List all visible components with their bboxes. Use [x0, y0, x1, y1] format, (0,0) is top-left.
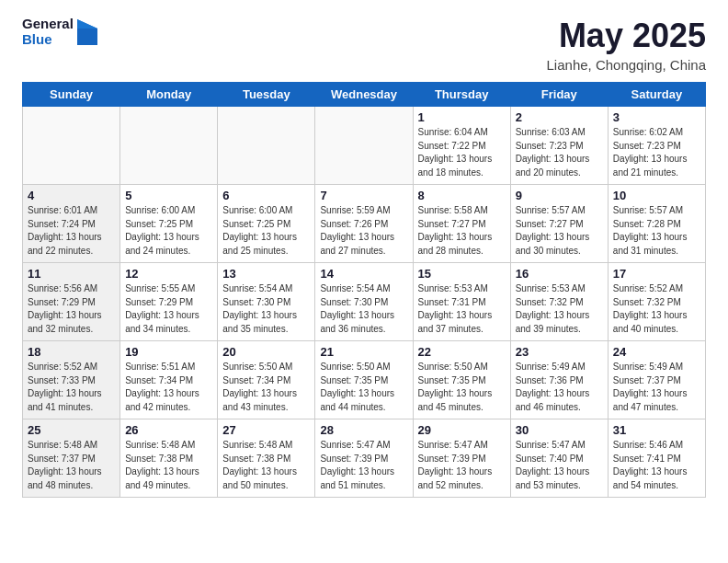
day-header-saturday: Saturday: [608, 83, 705, 107]
day-number: 3: [613, 110, 700, 124]
day-cell: 22Sunrise: 5:50 AM Sunset: 7:35 PM Dayli…: [413, 341, 510, 419]
day-info: Sunrise: 5:53 AM Sunset: 7:32 PM Dayligh…: [516, 282, 603, 336]
day-number: 15: [418, 267, 506, 281]
day-number: 26: [125, 423, 212, 437]
day-cell: [120, 107, 218, 185]
day-cell: 27Sunrise: 5:48 AM Sunset: 7:38 PM Dayli…: [218, 419, 315, 498]
day-cell: 21Sunrise: 5:50 AM Sunset: 7:35 PM Dayli…: [315, 341, 413, 419]
day-header-thursday: Thursday: [413, 83, 510, 107]
title-block: May 2025 Lianhe, Chongqing, China: [547, 17, 706, 73]
day-cell: 29Sunrise: 5:47 AM Sunset: 7:39 PM Dayli…: [413, 419, 510, 498]
day-info: Sunrise: 5:53 AM Sunset: 7:31 PM Dayligh…: [418, 282, 506, 336]
month-year: May 2025: [547, 17, 706, 55]
day-info: Sunrise: 6:00 AM Sunset: 7:25 PM Dayligh…: [222, 204, 310, 258]
day-header-wednesday: Wednesday: [315, 83, 413, 107]
day-cell: 11Sunrise: 5:56 AM Sunset: 7:29 PM Dayli…: [23, 263, 120, 341]
day-number: 12: [125, 267, 212, 281]
day-info: Sunrise: 5:52 AM Sunset: 7:32 PM Dayligh…: [613, 282, 700, 336]
day-info: Sunrise: 5:48 AM Sunset: 7:37 PM Dayligh…: [28, 439, 115, 492]
day-cell: 13Sunrise: 5:54 AM Sunset: 7:30 PM Dayli…: [218, 263, 315, 341]
day-info: Sunrise: 5:56 AM Sunset: 7:29 PM Dayligh…: [28, 282, 115, 336]
day-number: 6: [222, 189, 310, 202]
day-cell: 19Sunrise: 5:51 AM Sunset: 7:34 PM Dayli…: [120, 341, 218, 419]
header: General Blue May 2025 Lianhe, Chongqing,…: [0, 0, 728, 82]
day-header-monday: Monday: [120, 83, 218, 107]
day-cell: 28Sunrise: 5:47 AM Sunset: 7:39 PM Dayli…: [315, 419, 413, 498]
day-cell: 8Sunrise: 5:58 AM Sunset: 7:27 PM Daylig…: [413, 185, 510, 263]
day-cell: 3Sunrise: 6:02 AM Sunset: 7:23 PM Daylig…: [608, 107, 705, 185]
day-cell: 4Sunrise: 6:01 AM Sunset: 7:24 PM Daylig…: [23, 185, 120, 263]
day-number: 21: [320, 345, 407, 359]
day-number: 31: [613, 423, 700, 437]
day-cell: 16Sunrise: 5:53 AM Sunset: 7:32 PM Dayli…: [510, 263, 608, 341]
day-number: 7: [320, 189, 407, 202]
day-cell: 7Sunrise: 5:59 AM Sunset: 7:26 PM Daylig…: [315, 185, 413, 263]
day-number: 2: [516, 110, 603, 124]
day-cell: 18Sunrise: 5:52 AM Sunset: 7:33 PM Dayli…: [23, 341, 120, 419]
day-number: 17: [613, 267, 700, 281]
day-info: Sunrise: 5:51 AM Sunset: 7:34 PM Dayligh…: [125, 361, 212, 414]
day-cell: 5Sunrise: 6:00 AM Sunset: 7:25 PM Daylig…: [120, 185, 218, 263]
day-header-sunday: Sunday: [23, 83, 120, 107]
day-info: Sunrise: 5:47 AM Sunset: 7:40 PM Dayligh…: [516, 439, 603, 492]
logo: General Blue: [22, 17, 97, 47]
day-info: Sunrise: 6:04 AM Sunset: 7:22 PM Dayligh…: [418, 126, 506, 179]
day-info: Sunrise: 5:48 AM Sunset: 7:38 PM Dayligh…: [125, 439, 212, 492]
day-cell: 25Sunrise: 5:48 AM Sunset: 7:37 PM Dayli…: [23, 419, 120, 498]
day-info: Sunrise: 6:01 AM Sunset: 7:24 PM Dayligh…: [28, 204, 115, 258]
day-number: 13: [222, 267, 310, 281]
day-cell: 6Sunrise: 6:00 AM Sunset: 7:25 PM Daylig…: [218, 185, 315, 263]
day-cell: 9Sunrise: 5:57 AM Sunset: 7:27 PM Daylig…: [510, 185, 608, 263]
day-info: Sunrise: 6:02 AM Sunset: 7:23 PM Dayligh…: [613, 126, 700, 179]
calendar: SundayMondayTuesdayWednesdayThursdayFrid…: [22, 82, 706, 498]
day-number: 18: [28, 345, 115, 359]
day-cell: [218, 107, 315, 185]
logo-general: General: [22, 17, 74, 32]
logo-blue: Blue: [22, 32, 74, 48]
day-info: Sunrise: 5:59 AM Sunset: 7:26 PM Dayligh…: [320, 204, 407, 258]
day-info: Sunrise: 5:57 AM Sunset: 7:27 PM Dayligh…: [516, 204, 603, 258]
day-number: 11: [28, 267, 115, 281]
day-info: Sunrise: 5:58 AM Sunset: 7:27 PM Dayligh…: [418, 204, 506, 258]
day-cell: 10Sunrise: 5:57 AM Sunset: 7:28 PM Dayli…: [608, 185, 705, 263]
day-cell: 20Sunrise: 5:50 AM Sunset: 7:34 PM Dayli…: [218, 341, 315, 419]
day-number: 5: [125, 189, 212, 202]
logo-icon: [77, 19, 97, 45]
day-cell: 15Sunrise: 5:53 AM Sunset: 7:31 PM Dayli…: [413, 263, 510, 341]
day-number: 29: [418, 423, 506, 437]
location: Lianhe, Chongqing, China: [547, 57, 706, 73]
day-number: 28: [320, 423, 407, 437]
day-info: Sunrise: 5:46 AM Sunset: 7:41 PM Dayligh…: [613, 439, 700, 492]
day-header-friday: Friday: [510, 83, 608, 107]
day-info: Sunrise: 5:50 AM Sunset: 7:35 PM Dayligh…: [320, 361, 407, 414]
day-info: Sunrise: 5:50 AM Sunset: 7:35 PM Dayligh…: [418, 361, 506, 414]
svg-marker-1: [77, 19, 97, 29]
day-info: Sunrise: 5:49 AM Sunset: 7:37 PM Dayligh…: [613, 361, 700, 414]
day-number: 8: [418, 189, 506, 202]
day-number: 27: [222, 423, 310, 437]
day-number: 24: [613, 345, 700, 359]
day-number: 10: [613, 189, 700, 202]
day-number: 30: [516, 423, 603, 437]
day-number: 20: [222, 345, 310, 359]
day-number: 9: [516, 189, 603, 202]
day-cell: 17Sunrise: 5:52 AM Sunset: 7:32 PM Dayli…: [608, 263, 705, 341]
day-cell: 23Sunrise: 5:49 AM Sunset: 7:36 PM Dayli…: [510, 341, 608, 419]
day-cell: 12Sunrise: 5:55 AM Sunset: 7:29 PM Dayli…: [120, 263, 218, 341]
day-info: Sunrise: 5:52 AM Sunset: 7:33 PM Dayligh…: [28, 361, 115, 414]
day-info: Sunrise: 5:47 AM Sunset: 7:39 PM Dayligh…: [418, 439, 506, 492]
day-cell: 26Sunrise: 5:48 AM Sunset: 7:38 PM Dayli…: [120, 419, 218, 498]
day-info: Sunrise: 5:49 AM Sunset: 7:36 PM Dayligh…: [516, 361, 603, 414]
day-header-tuesday: Tuesday: [218, 83, 315, 107]
day-cell: [315, 107, 413, 185]
day-cell: 2Sunrise: 6:03 AM Sunset: 7:23 PM Daylig…: [510, 107, 608, 185]
day-cell: 31Sunrise: 5:46 AM Sunset: 7:41 PM Dayli…: [608, 419, 705, 498]
day-info: Sunrise: 6:00 AM Sunset: 7:25 PM Dayligh…: [125, 204, 212, 258]
day-number: 22: [418, 345, 506, 359]
day-number: 14: [320, 267, 407, 281]
day-number: 1: [418, 110, 506, 124]
day-info: Sunrise: 5:54 AM Sunset: 7:30 PM Dayligh…: [222, 282, 310, 336]
day-cell: 14Sunrise: 5:54 AM Sunset: 7:30 PM Dayli…: [315, 263, 413, 341]
day-info: Sunrise: 6:03 AM Sunset: 7:23 PM Dayligh…: [516, 126, 603, 179]
day-cell: 30Sunrise: 5:47 AM Sunset: 7:40 PM Dayli…: [510, 419, 608, 498]
